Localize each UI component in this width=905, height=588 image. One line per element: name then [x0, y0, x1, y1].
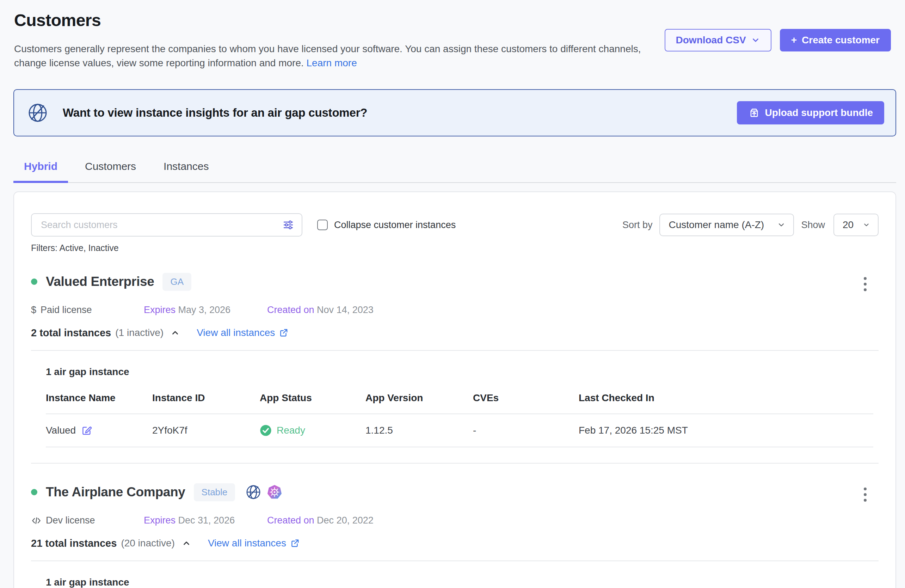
expires-label: Expires [144, 515, 176, 526]
upload-icon [748, 107, 760, 119]
cell-last-checked-in: Feb 17, 2026 15:25 MST [579, 425, 873, 436]
expires-label: Expires [144, 305, 176, 315]
customers-card: Collapse customer instances Sort by Cust… [13, 191, 896, 588]
active-status-dot [31, 489, 37, 495]
chevron-up-icon [171, 328, 180, 337]
instances-inactive: (1 inactive) [115, 327, 164, 338]
created-date: Nov 14, 2023 [317, 305, 373, 315]
license-type-label: Dev license [46, 515, 95, 526]
edit-icon[interactable] [81, 425, 92, 436]
airgap-banner-title: Want to view instance insights for an ai… [63, 106, 367, 119]
created-label: Created on [267, 305, 314, 315]
created-field: Created on Dec 20, 2022 [267, 515, 369, 526]
customer-actions-menu-button[interactable] [860, 273, 870, 295]
chevron-down-icon [863, 221, 870, 229]
tab-hybrid[interactable]: Hybrid [13, 157, 68, 183]
table-header-row: Instance Name Instance ID App Status App… [46, 393, 873, 414]
col-app-version: App Version [365, 393, 473, 404]
filters-note: Filters: Active, Inactive [31, 243, 878, 253]
app-status-value: Ready [277, 425, 305, 436]
toolbar-right: Sort by Customer name (A-Z) Show 20 [622, 214, 878, 236]
customer-actions-menu-button[interactable] [860, 484, 870, 505]
customer-section-divider [31, 463, 878, 464]
chevron-down-icon [751, 36, 760, 45]
airgap-instances-table: Instance Name Instance ID App Status App… [46, 393, 873, 447]
customer-row-valued-enterprise: Valued Enterprise GA $ Paid license Expi… [31, 269, 878, 464]
license-type: Dev license [31, 515, 144, 526]
dollar-icon: $ [31, 305, 36, 316]
cell-app-version: 1.12.5 [365, 425, 473, 436]
instances-summary: 21 total instances (20 inactive) View al… [31, 537, 878, 549]
customer-meta: Dev license Expires Dec 31, 2026 Created… [31, 515, 878, 526]
toolbar: Collapse customer instances Sort by Cust… [31, 213, 878, 237]
cell-cves: - [473, 425, 579, 436]
plus-icon: + [791, 35, 797, 46]
instances-summary: 2 total instances (1 inactive) View all … [31, 327, 878, 339]
col-app-status: App Status [260, 393, 365, 404]
show-value: 20 [843, 219, 854, 230]
license-type-label: Paid license [41, 305, 92, 316]
page-header: Customers Customers generally represent … [0, 0, 905, 70]
upload-support-bundle-button[interactable]: Upload support bundle [737, 101, 884, 124]
instances-inactive: (20 inactive) [121, 537, 175, 549]
download-csv-label: Download CSV [676, 35, 746, 46]
expires-field: Expires May 3, 2026 [144, 305, 246, 316]
instances-total: 21 total instances [31, 537, 117, 549]
customer-name[interactable]: The Airplane Company [46, 485, 185, 499]
sort-by-label: Sort by [622, 219, 653, 230]
search-box [31, 213, 302, 237]
collapse-instances-checkbox[interactable] [317, 219, 328, 230]
customer-meta: $ Paid license Expires May 3, 2026 Creat… [31, 305, 878, 316]
customer-name[interactable]: Valued Enterprise [46, 274, 154, 289]
show-select[interactable]: 20 [834, 214, 878, 236]
view-all-instances-link[interactable]: View all instances [197, 327, 288, 338]
chevron-down-icon [777, 221, 786, 229]
expires-field: Expires Dec 31, 2026 [144, 515, 246, 526]
cell-instance-id: 2YfoK7f [152, 425, 260, 436]
page-header-text: Customers Customers generally represent … [14, 11, 645, 70]
external-link-icon [279, 328, 288, 337]
airgap-instances-heading: 1 air gap instance [46, 577, 878, 588]
external-link-icon [291, 539, 300, 548]
col-instance-id: Instance ID [152, 393, 260, 404]
upload-support-bundle-label: Upload support bundle [765, 107, 873, 118]
created-field: Created on Nov 14, 2023 [267, 305, 369, 316]
view-all-instances-link[interactable]: View all instances [208, 537, 300, 549]
col-cves: CVEs [473, 393, 579, 404]
customer-feature-icons [246, 485, 282, 500]
header-actions: Download CSV + Create customer [665, 29, 891, 70]
create-customer-button[interactable]: + Create customer [780, 29, 891, 51]
expires-date: May 3, 2026 [178, 305, 231, 315]
create-customer-label: Create customer [802, 35, 880, 46]
filter-sliders-icon[interactable] [283, 219, 294, 230]
tab-instances[interactable]: Instances [153, 157, 219, 183]
download-csv-button[interactable]: Download CSV [665, 29, 772, 51]
airgap-instances-heading: 1 air gap instance [46, 366, 878, 378]
search-input[interactable] [41, 219, 283, 230]
collapse-instances-label: Collapse customer instances [334, 219, 456, 230]
show-label: Show [801, 219, 825, 230]
customer-row-the-airplane-company: The Airplane Company Stable [31, 479, 878, 588]
airgap-globe-icon [27, 103, 48, 123]
view-all-instances-label: View all instances [208, 537, 286, 549]
airgap-banner: Want to view instance insights for an ai… [13, 89, 896, 137]
collapse-instances-checkbox-group[interactable]: Collapse customer instances [317, 219, 456, 230]
divider [31, 350, 878, 351]
created-date: Dec 20, 2022 [317, 515, 373, 526]
page-description: Customers generally represent the compan… [14, 42, 645, 70]
table-row: Valued 2YfoK7f Ready 1.12.5 - Feb 17, 20… [46, 414, 873, 447]
collapse-section-toggle[interactable] [169, 327, 181, 339]
col-last-checked-in: Last Checked In [579, 393, 873, 404]
learn-more-link[interactable]: Learn more [306, 57, 357, 68]
sort-by-select[interactable]: Customer name (A-Z) [659, 214, 794, 236]
cell-instance-name: Valued [46, 425, 152, 436]
channel-badge: Stable [194, 483, 235, 501]
airgap-globe-icon [246, 485, 261, 500]
expires-date: Dec 31, 2026 [178, 515, 235, 526]
tab-customers[interactable]: Customers [75, 157, 147, 183]
col-instance-name: Instance Name [46, 393, 152, 404]
active-status-dot [31, 278, 37, 285]
collapse-section-toggle[interactable] [181, 537, 192, 549]
view-all-instances-label: View all instances [197, 327, 275, 338]
customer-header: The Airplane Company Stable [31, 479, 878, 505]
